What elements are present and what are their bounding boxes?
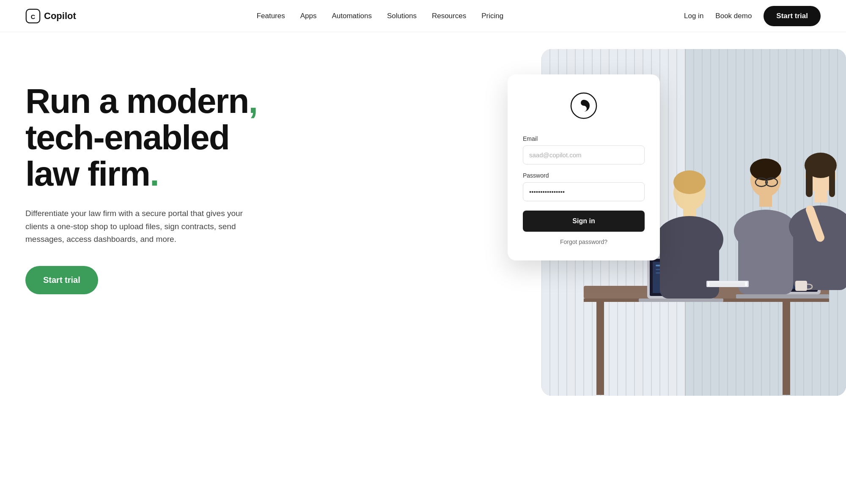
svg-rect-43	[596, 302, 604, 395]
nav-actions: Log in Book demo Start trial	[684, 6, 821, 26]
forgot-password-link[interactable]: Forgot password?	[523, 238, 645, 245]
login-logo-container	[523, 91, 645, 120]
svg-rect-75	[829, 163, 835, 197]
login-link[interactable]: Log in	[684, 12, 703, 20]
nav-solutions[interactable]: Solutions	[387, 12, 417, 20]
navbar: C Copilot Features Apps Automations Solu…	[0, 0, 846, 32]
logo-icon: C	[25, 8, 41, 24]
hero-heading: Run a modern, tech-enabled law firm.	[25, 83, 257, 192]
email-label: Email	[523, 135, 645, 142]
svg-rect-63	[660, 231, 719, 299]
nav-automations[interactable]: Automations	[332, 12, 372, 20]
sign-in-button[interactable]: Sign in	[523, 211, 645, 232]
nav-pricing[interactable]: Pricing	[481, 12, 503, 20]
hero-right: Email Password Sign in Forgot password?	[508, 66, 821, 396]
svg-text:C: C	[31, 13, 35, 20]
hero-left: Run a modern, tech-enabled law firm. Dif…	[25, 66, 257, 294]
nav-links: Features Apps Automations Solutions Reso…	[257, 12, 504, 20]
svg-rect-76	[814, 191, 827, 203]
svg-rect-85	[795, 281, 807, 291]
svg-rect-51	[639, 299, 723, 302]
logo-text: Copilot	[44, 11, 76, 22]
book-demo-link[interactable]: Book demo	[715, 12, 752, 20]
svg-rect-44	[783, 302, 790, 395]
password-label: Password	[523, 172, 645, 179]
svg-rect-74	[806, 163, 813, 197]
svg-point-65	[750, 159, 781, 181]
hero-subtext: Differentiate your law firm with a secur…	[25, 207, 254, 246]
logo-link[interactable]: C Copilot	[25, 8, 76, 24]
login-logo-icon	[569, 91, 598, 120]
nav-features[interactable]: Features	[257, 12, 285, 20]
svg-rect-58	[736, 294, 829, 299]
svg-rect-69	[759, 195, 772, 207]
start-trial-hero-button[interactable]: Start trial	[25, 266, 98, 294]
hero-section: Run a modern, tech-enabled law firm. Dif…	[0, 32, 846, 504]
svg-point-60	[673, 170, 706, 194]
nav-resources[interactable]: Resources	[432, 12, 466, 20]
nav-apps[interactable]: Apps	[300, 12, 317, 20]
start-trial-nav-button[interactable]: Start trial	[764, 6, 821, 26]
login-card: Email Password Sign in Forgot password?	[508, 74, 660, 260]
email-input[interactable]	[523, 145, 645, 164]
password-input[interactable]	[523, 182, 645, 201]
